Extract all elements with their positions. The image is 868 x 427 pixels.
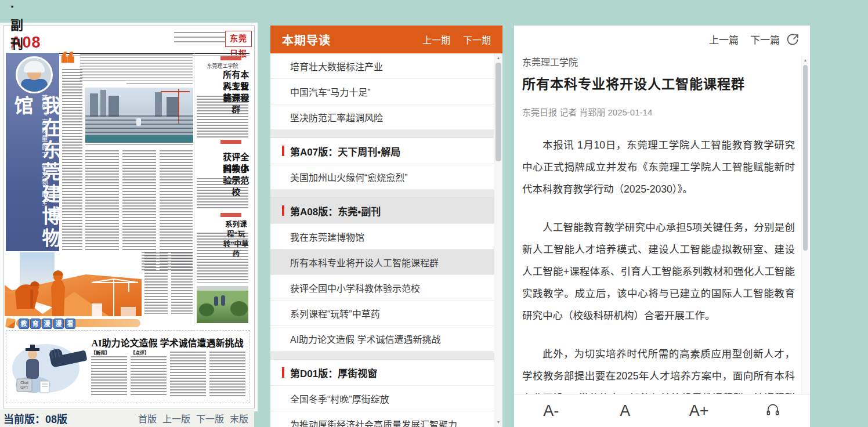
column-article-tag: [220, 56, 241, 60]
toc-section-gap: [270, 130, 494, 138]
font-smaller-button[interactable]: A-: [514, 402, 588, 420]
article-reader-panel: 上一篇 下一篇 东莞理工学院 所有本科专业将开设人工智能课程群 东莞日报 记者 …: [514, 26, 810, 427]
toc-header: 本期导读 上一期 下一期: [270, 26, 502, 53]
photo-student: [214, 296, 218, 306]
column-article-tag: [220, 140, 241, 144]
page-nav-link[interactable]: 上一版: [162, 411, 190, 425]
next-issue-link[interactable]: 下一期: [463, 32, 491, 46]
garden-class-photo: [197, 286, 248, 323]
photo-building: [155, 92, 162, 117]
article-paragraph: 人工智能教育教学研究中心承担5项关键任务，分别是创新人工智能人才培养模式、建设人…: [522, 216, 795, 327]
toc-article-item[interactable]: 获评全国中小学科教体验示范校: [270, 275, 494, 301]
column-article3-fineprint: [197, 233, 248, 283]
toc-article-item[interactable]: 为推动厚街经济社会高质量发展汇智聚力: [270, 411, 494, 427]
ai-cartoon-illustration: Chat GPT: [10, 332, 88, 401]
headphones-icon: [765, 401, 780, 417]
toc-article-item[interactable]: 美国加州山火缘何“愈烧愈烈”: [270, 164, 494, 190]
photo-worker: [136, 118, 141, 126]
feature-vertical-caption: 龚桓：高质量施工 护文物“周全”: [39, 95, 49, 222]
cartoon-article-title: AI助力论文造假 学术诚信遭遇新挑战: [88, 335, 247, 349]
cartoon-article-box: Chat GPT AI助力论文造假 学术诚信遭遇新挑战 【新闻】 【点评】: [6, 330, 250, 403]
column-article-tag: [220, 213, 241, 217]
toc-article-item[interactable]: 系列课程“玩转”中草药: [270, 301, 494, 326]
issue-toc-panel: 本期导读 上一期 下一期 培育壮大数据标注产业中国汽车“马力十足”坚决防范汇率超…: [270, 26, 502, 427]
cartoon-article-fineprint: [131, 356, 167, 397]
section-label: 第A08版：东莞•副刊: [290, 204, 381, 218]
toc-article-item[interactable]: 所有本科专业将开设人工智能课程群: [270, 249, 494, 275]
page-nav-link[interactable]: 下一版: [196, 411, 224, 425]
photo-building: [167, 97, 178, 117]
news-tag: 【新闻】: [91, 349, 110, 356]
page-nav-link[interactable]: 首版: [138, 411, 157, 425]
banner-tiles: 教育漫漫看: [6, 319, 140, 328]
photo-building: [90, 93, 98, 117]
banner-tile-char: 漫: [42, 319, 52, 329]
article-kicker: 东莞理工学院: [522, 55, 795, 68]
scrollbar-thumb[interactable]: [803, 65, 808, 251]
article-paragraph: 本报讯 1月10日，东莞理工学院人工智能教育教学研究中心正式揭牌成立并发布《东莞…: [522, 134, 795, 200]
toc-section-header[interactable]: 第D01版：厚街视窗: [270, 360, 494, 386]
photo-building: [100, 90, 106, 117]
reader-scrollbar[interactable]: ▲ ▼: [801, 56, 809, 403]
page-nav-links: 首版上一版下一版末版: [138, 411, 248, 425]
toc-article-item[interactable]: 培育壮大数据标注产业: [270, 53, 494, 79]
avatar-helmet: [24, 61, 45, 73]
svg-text:Chat: Chat: [20, 381, 28, 385]
listen-button[interactable]: [736, 401, 811, 421]
scroll-down-arrow[interactable]: ▼: [494, 419, 502, 426]
section-red-bar: [282, 367, 284, 378]
feature-portrait-avatar: [16, 56, 53, 93]
newspaper-section-name: 东莞·副刊: [10, 0, 24, 52]
font-larger-button[interactable]: A+: [662, 402, 736, 420]
column-article1-title: 所有本科专业将开设 人工智能课程群: [196, 69, 249, 81]
cartoon-article-fineprint: [209, 352, 245, 397]
toc-article-item[interactable]: 中国汽车“马力十足”: [270, 79, 494, 104]
feature-vertical-title: 我在东莞建博物馆: [8, 96, 64, 270]
toc-title: 本期导读: [282, 31, 331, 48]
share-icon[interactable]: [786, 32, 800, 46]
toc-scrollbar[interactable]: ▲ ▼: [494, 53, 502, 427]
credit-fineprint: [212, 321, 248, 324]
toc-article-item[interactable]: 坚决防范汇率超调风险: [270, 104, 494, 130]
article-nav: 上一篇 下一篇: [514, 26, 810, 52]
newspaper-dateline-fineprint: [174, 32, 226, 46]
body-text-column: [144, 252, 168, 314]
prev-issue-link[interactable]: 上一期: [422, 32, 450, 46]
article-body: 东莞理工学院 所有本科专业将开设人工智能课程群 东莞日报 记者 肖郅朋 2025…: [522, 52, 795, 395]
photo-bush: [230, 301, 248, 316]
comment-tag: 【点评】: [131, 349, 149, 356]
toc-section-header[interactable]: 第A08版：东莞•副刊: [270, 198, 494, 224]
page-nav-link[interactable]: 末版: [230, 411, 248, 425]
scroll-up-arrow[interactable]: ▲: [802, 57, 809, 64]
toc-section-header[interactable]: 第A07版：天下周刊•解局: [270, 138, 494, 164]
avatar-vest: [21, 79, 48, 93]
toc-article-item[interactable]: AI助力论文造假 学术诚信遭遇新挑战: [270, 326, 494, 352]
photo-bush: [199, 303, 214, 316]
column-rule: [194, 53, 194, 325]
section-label: 第A07版：天下周刊•解局: [290, 144, 400, 158]
newspaper-page-preview[interactable]: A08 | 东莞·副刊 东莞日报 我在东莞建博物馆 龚桓：高质量施工 护文物“周…: [3, 26, 255, 408]
column-article1-fineprint: [197, 96, 248, 137]
scroll-up-arrow[interactable]: ▲: [494, 55, 502, 61]
article-title: 所有本科专业将开设人工智能课程群: [522, 73, 795, 93]
toc-article-item[interactable]: 全国冬季“村晚”厚街绽放: [270, 386, 494, 411]
next-article-link[interactable]: 下一篇: [750, 32, 780, 46]
column-article2-fineprint: [197, 178, 248, 209]
scrollbar-thumb[interactable]: [496, 63, 501, 161]
page-navigation-footer: 当前版：08版 首版上一版下一版末版: [0, 410, 254, 427]
column-article2-title: 获评全国中小学 科教体验示范校: [196, 151, 249, 163]
banner-tile-char: 教: [19, 319, 29, 329]
toc-section-gap: [270, 190, 494, 198]
article-byline: 东莞日报 记者 肖郅朋 2025-01-14: [522, 106, 795, 118]
toc-article-item[interactable]: 我在东莞建博物馆: [270, 224, 494, 249]
body-text-column: [171, 252, 193, 314]
section-red-bar: [282, 205, 284, 216]
current-page-label: 当前版：08版: [3, 411, 67, 426]
photo-building: [108, 96, 119, 117]
svg-text:GPT: GPT: [20, 385, 28, 389]
intro-paragraph-fineprint: [80, 54, 193, 81]
prev-article-link[interactable]: 上一篇: [709, 32, 739, 46]
photo-student: [221, 295, 225, 306]
font-normal-button[interactable]: A: [588, 402, 663, 420]
toc-list: 培育壮大数据标注产业中国汽车“马力十足”坚决防范汇率超调风险第A07版：天下周刊…: [270, 53, 494, 427]
